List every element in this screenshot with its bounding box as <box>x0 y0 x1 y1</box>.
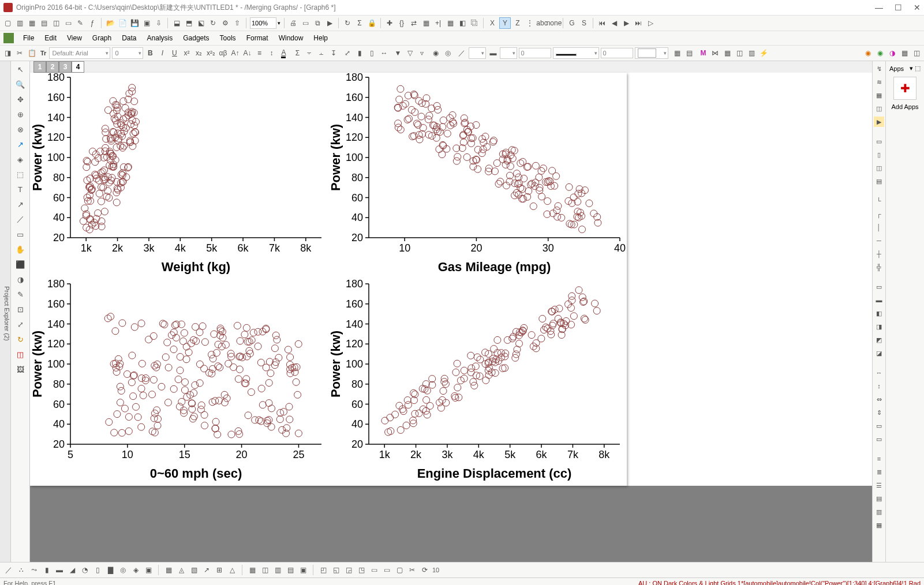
apps-menu-icon[interactable]: ▾ ⬚ <box>910 65 921 72</box>
insert-image-icon[interactable]: 🖼 <box>14 363 27 375</box>
bar-plot-icon[interactable]: ▬ <box>54 565 65 575</box>
italic-icon[interactable]: I <box>157 48 167 58</box>
chart-panel-1[interactable]: 204060801001201401601801k2k3k4k5k6k7k8kW… <box>30 73 328 279</box>
rt-p3-icon[interactable]: ☰ <box>874 480 884 490</box>
greek-icon[interactable]: αβ <box>218 48 228 58</box>
stock-plot-icon[interactable]: ⊞ <box>214 565 225 575</box>
fill-style-combo[interactable] <box>500 47 517 59</box>
layer-tab-1[interactable]: 1 <box>33 61 46 73</box>
bar-chart-icon[interactable]: ▮ <box>354 48 365 58</box>
rt-o1-icon[interactable]: ↔ <box>874 367 884 378</box>
play-icon[interactable]: ▷ <box>645 18 656 28</box>
code-builder-icon[interactable]: {} <box>396 18 407 28</box>
supsub-icon[interactable]: x²₂ <box>205 48 216 58</box>
rt-p6-icon[interactable]: ▦ <box>874 520 884 530</box>
sup-icon[interactable]: x² <box>181 48 192 58</box>
pattern-swatch-combo[interactable] <box>635 47 668 59</box>
rt-m1-icon[interactable]: ▭ <box>874 282 884 292</box>
rescale-tool-icon[interactable]: ⤢ <box>14 318 27 330</box>
annotation-icon[interactable]: ◈ <box>14 153 27 165</box>
hist-plot-icon[interactable]: ▇ <box>105 565 115 575</box>
rt-frame-icon[interactable]: ▭ <box>874 136 884 147</box>
col-stats-icon[interactable]: ⫟ <box>304 48 315 58</box>
rt-gadget2-icon[interactable]: ≋ <box>874 77 884 87</box>
data-reader-icon[interactable]: ⊗ <box>14 123 27 135</box>
rt-ax5-icon[interactable]: ┼ <box>874 249 884 259</box>
num1-input[interactable]: 0 <box>519 48 551 58</box>
rt-p1-icon[interactable]: ≡ <box>874 453 884 464</box>
rt-m2-icon[interactable]: ▬ <box>874 295 884 305</box>
menu-help[interactable]: Help <box>309 32 332 44</box>
menu-analysis[interactable]: Analysis <box>143 32 178 44</box>
layer-grid-icon[interactable]: ▦ <box>672 48 682 58</box>
draw-tool-icon[interactable]: ✎ <box>14 288 27 300</box>
layer-tab-3[interactable]: 3 <box>59 61 72 73</box>
set-end-icon[interactable]: none <box>549 18 559 28</box>
new-layout-icon[interactable]: ▭ <box>63 18 73 28</box>
pen-size-combo[interactable]: 10 <box>432 567 450 573</box>
fill-color-icon[interactable]: ▬ <box>488 48 498 58</box>
pie-plot-icon[interactable]: ◔ <box>80 565 90 575</box>
ternary-icon[interactable]: △ <box>227 565 237 575</box>
rt-frame2-icon[interactable]: ▯ <box>874 149 884 160</box>
rt-m3-icon[interactable]: ◧ <box>874 308 884 318</box>
project-explorer-tab[interactable]: Project Explorer (2) <box>3 284 10 343</box>
open-template-icon[interactable]: 📄 <box>117 18 128 28</box>
new-notes-icon[interactable]: ✎ <box>75 18 85 28</box>
box-plot-icon[interactable]: ▯ <box>92 565 103 575</box>
print-icon[interactable]: 🖨 <box>288 18 298 28</box>
rt-ax4-icon[interactable]: ─ <box>874 235 884 246</box>
insert-graph-icon[interactable]: ◫ <box>14 348 27 360</box>
save-icon[interactable]: 💾 <box>129 18 140 28</box>
menu-window[interactable]: Window <box>274 32 308 44</box>
rt-o2-icon[interactable]: ↕ <box>874 381 884 391</box>
zoom-input[interactable] <box>250 17 276 29</box>
sort-icon[interactable]: ↧ <box>328 48 339 58</box>
prev-icon[interactable]: ◀ <box>609 18 619 28</box>
new-workbook-icon[interactable]: ▥ <box>14 18 25 28</box>
bar-chart2-icon[interactable]: ▯ <box>366 48 377 58</box>
menu-graph[interactable]: Graph <box>88 32 116 44</box>
batch-icon[interactable]: ⚙ <box>220 18 230 28</box>
layer-mgmt-icon[interactable]: ◧ <box>457 18 467 28</box>
group4-icon[interactable]: ▤ <box>285 565 295 575</box>
slide-icon[interactable]: ▭ <box>300 18 311 28</box>
db1-icon[interactable]: ◉ <box>863 48 873 58</box>
contour-plot-icon[interactable]: ◎ <box>118 565 128 575</box>
rt-ax2-icon[interactable]: ┌ <box>874 209 884 219</box>
rt-o3-icon[interactable]: ⇔ <box>874 394 884 404</box>
underline-icon[interactable]: U <box>169 48 179 58</box>
rt-o5-icon[interactable]: ▭ <box>874 421 884 431</box>
import-single-icon[interactable]: ⬒ <box>184 18 194 28</box>
align-left-icon[interactable]: ≡ <box>254 48 264 58</box>
rt-m5-icon[interactable]: ◩ <box>874 335 884 345</box>
mask-b9-icon[interactable]: ⟳ <box>420 565 430 575</box>
refresh-icon[interactable]: ↻ <box>342 18 353 28</box>
filter-icon[interactable]: ▼ <box>392 48 403 58</box>
close-button[interactable]: ✕ <box>914 3 921 12</box>
save-template-icon[interactable]: ▣ <box>141 18 152 28</box>
rt-o6-icon[interactable]: ▭ <box>874 434 884 444</box>
data-cursor-icon[interactable]: ↗ <box>14 138 27 150</box>
chart-panel-3[interactable]: 204060801001201401601805101520250~60 mph… <box>30 279 328 486</box>
row-stats-icon[interactable]: ⫠ <box>316 48 327 58</box>
rt-ax1-icon[interactable]: └ <box>874 196 884 206</box>
chart-panel-2[interactable]: 2040608010012014016018010203040Gas Milea… <box>328 73 627 279</box>
group2-icon[interactable]: ◫ <box>260 565 270 575</box>
tile-icon[interactable]: ▦ <box>445 18 455 28</box>
rt-gadget3-icon[interactable]: ▦ <box>874 90 884 100</box>
rt-p2-icon[interactable]: ≣ <box>874 467 884 477</box>
new-graph-icon[interactable]: ◫ <box>51 18 61 28</box>
export-icon[interactable]: ⇧ <box>232 18 242 28</box>
mask-tool-icon[interactable]: ◑ <box>14 273 27 285</box>
menu-data[interactable]: Data <box>117 32 141 44</box>
area-plot-icon[interactable]: ◢ <box>67 565 77 575</box>
mask-b2-icon[interactable]: ◱ <box>331 565 341 575</box>
zoom-rect-icon[interactable]: ⊡ <box>14 303 27 315</box>
maximize-button[interactable]: ☐ <box>895 3 902 12</box>
line-spacing-icon[interactable]: ↕ <box>266 48 276 58</box>
x-axis-icon[interactable]: X <box>487 18 497 28</box>
mask-b5-icon[interactable]: ▭ <box>369 565 379 575</box>
rotate-tool-icon[interactable]: ↻ <box>14 333 27 345</box>
template-lib-icon[interactable]: ▦ <box>163 565 174 575</box>
